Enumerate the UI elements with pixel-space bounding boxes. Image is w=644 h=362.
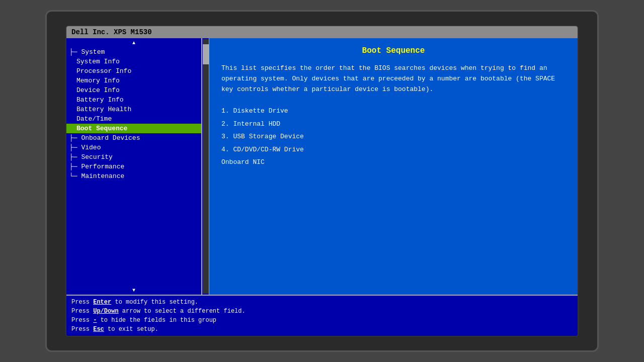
window-title: Dell Inc. XPS M1530 [71, 28, 152, 36]
tree-icon2: ├─ [69, 134, 77, 142]
boot-device-2[interactable]: 2. Internal HDD [221, 118, 566, 130]
bios-main: ▲ ├─ System System Info Processor Info M… [66, 38, 578, 295]
boot-name-4: CD/DVD/CD-RW Drive [233, 146, 303, 153]
nav-item-processor-info[interactable]: Processor Info [66, 66, 201, 76]
nav-item-performance[interactable]: ├─ Performance [66, 162, 201, 171]
nav-item-memory-info[interactable]: Memory Info [66, 76, 201, 85]
nav-item-system-info[interactable]: System Info [66, 57, 201, 66]
nav-item-battery-info[interactable]: Battery Info [66, 95, 201, 105]
content-panel: Boot Sequence This list specifies the or… [209, 38, 578, 295]
scroll-down-button[interactable]: ▼ [66, 286, 201, 295]
scrollbar[interactable] [202, 38, 209, 295]
status-text-1: to modify this setting. [115, 299, 198, 306]
status-text-2: arrow to select a different field. [122, 308, 246, 315]
scroll-up-button[interactable]: ▲ [66, 38, 201, 47]
content-title: Boot Sequence [221, 46, 566, 55]
title-bar: Dell Inc. XPS M1530 [66, 26, 578, 38]
boot-device-list: 1. Diskette Drive 2. Internal HDD 3. USB… [221, 105, 566, 168]
boot-num-1: 1. [221, 107, 229, 115]
boot-name-1: Diskette Drive [233, 107, 288, 115]
boot-device-3[interactable]: 3. USB Storage Device [221, 130, 566, 143]
boot-name-2: Internal HDD [233, 120, 280, 128]
scrollbar-thumb[interactable] [203, 44, 209, 64]
status-line-3: Press - to hide the fields in this group [71, 316, 573, 325]
tree-icon: ├─ [69, 48, 77, 56]
nav-item-system[interactable]: ├─ System [66, 47, 201, 57]
boot-name-3: USB Storage Device [233, 133, 303, 140]
scroll-up-icon: ▲ [132, 40, 135, 46]
boot-num-3: 3. [221, 133, 229, 140]
nav-item-security[interactable]: ├─ Security [66, 152, 201, 162]
status-line-1: Press Enter to modify this setting. [71, 298, 573, 307]
nav-item-onboard-devices[interactable]: ├─ Onboard Devices [66, 133, 201, 143]
status-text-4: to exit setup. [108, 326, 158, 333]
boot-device-5[interactable]: Onboard NIC [221, 156, 566, 168]
status-bar: Press Enter to modify this setting. Pres… [66, 295, 578, 336]
boot-name-5: Onboard NIC [221, 158, 265, 166]
boot-num-2: 2. [221, 120, 229, 128]
status-text-3: to hide the fields in this group [101, 317, 216, 324]
nav-panel: ▲ ├─ System System Info Processor Info M… [66, 38, 202, 295]
scroll-down-icon: ▼ [132, 288, 135, 293]
nav-item-video[interactable]: ├─ Video [66, 143, 201, 152]
tree-icon3: ├─ [69, 144, 77, 151]
nav-item-maintenance[interactable]: └─ Maintenance [66, 171, 201, 181]
key-minus: - [93, 317, 97, 324]
scrollbar-track[interactable] [203, 39, 209, 294]
nav-item-battery-health[interactable]: Battery Health [66, 105, 201, 114]
nav-item-device-info[interactable]: Device Info [66, 85, 201, 95]
nav-item-boot-sequence[interactable]: Boot Sequence [66, 124, 201, 133]
status-line-4: Press Esc to exit setup. [71, 325, 573, 334]
key-esc: Esc [93, 326, 104, 333]
key-enter: Enter [93, 299, 111, 306]
screen-bezel: Dell Inc. XPS M1530 ▲ ├─ System System I… [65, 25, 579, 337]
boot-device-4[interactable]: 4. CD/DVD/CD-RW Drive [221, 143, 566, 156]
tree-icon5: ├─ [69, 163, 77, 170]
nav-item-date-time[interactable]: Date/Time [66, 114, 201, 124]
tree-icon6: └─ [69, 172, 77, 180]
laptop-frame: Dell Inc. XPS M1530 ▲ ├─ System System I… [45, 10, 599, 352]
boot-num-4: 4. [221, 146, 229, 153]
content-description: This list specifies the order that the B… [221, 63, 566, 95]
boot-device-1[interactable]: 1. Diskette Drive [221, 105, 566, 117]
tree-icon4: ├─ [69, 153, 77, 161]
status-line-2: Press Up/Down arrow to select a differen… [71, 307, 573, 316]
nav-items-list: ├─ System System Info Processor Info Mem… [66, 47, 201, 286]
key-updown: Up/Down [93, 308, 118, 315]
